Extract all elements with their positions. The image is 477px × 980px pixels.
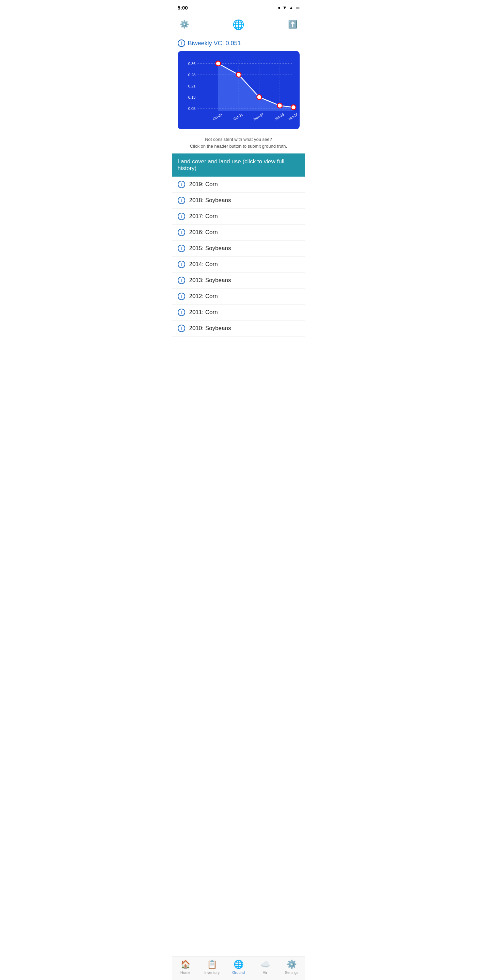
item-text-7: 2012: Corn bbox=[189, 293, 218, 300]
svg-text:Jan-23: Jan-23 bbox=[287, 112, 297, 121]
list-item: i 2016: Corn bbox=[172, 224, 305, 240]
chart-point-4 bbox=[291, 105, 295, 110]
ground-icon: 🌐 bbox=[234, 959, 244, 969]
nav-item-air[interactable]: ☁️ Air bbox=[255, 959, 276, 975]
svg-text:Jan-16: Jan-16 bbox=[273, 112, 284, 121]
nav-label-home: Home bbox=[180, 970, 190, 975]
list-item: i 2011: Corn bbox=[172, 305, 305, 321]
disclaimer-text: Not consistent with what you see? Click … bbox=[172, 132, 305, 151]
list-item: i 2019: Corn bbox=[172, 177, 305, 192]
item-text-3: 2016: Corn bbox=[189, 229, 218, 236]
nav-label-inventory: Inventory bbox=[204, 970, 220, 975]
list-item: i 2017: Corn bbox=[172, 208, 305, 224]
disclaimer-line1: Not consistent with what you see? bbox=[178, 136, 300, 143]
svg-text:0.21: 0.21 bbox=[188, 84, 195, 88]
land-cover-header[interactable]: Land cover and land use (click to view f… bbox=[172, 153, 305, 177]
chart-point-1 bbox=[236, 72, 241, 77]
status-time: 5:00 bbox=[178, 5, 188, 11]
upload-icon: ⬆️ bbox=[288, 20, 297, 29]
nav-label-air: Air bbox=[263, 970, 267, 975]
svg-text:0.05: 0.05 bbox=[188, 106, 195, 110]
item-info-icon-5[interactable]: i bbox=[178, 261, 185, 268]
svg-text:0.13: 0.13 bbox=[188, 95, 195, 99]
gear-icon: ⚙️ bbox=[180, 20, 189, 29]
globe-logo-icon: 🌐 bbox=[233, 19, 244, 30]
list-item: i 2012: Corn bbox=[172, 288, 305, 305]
vci-chart: 0.36 0.28 0.21 0.13 0.05 Oct-24 Oct-31 N… bbox=[178, 51, 300, 129]
svg-text:0.28: 0.28 bbox=[188, 73, 195, 77]
wifi-icon: ▼ bbox=[282, 5, 287, 10]
svg-text:Oct-24: Oct-24 bbox=[212, 112, 223, 121]
vci-row: i Biweekly VCI 0.051 bbox=[172, 37, 305, 48]
vci-label-text: Biweekly VCI bbox=[188, 40, 224, 47]
item-info-icon-6[interactable]: i bbox=[178, 277, 185, 284]
status-bar: 5:00 ● ▼ ▲ ▭ bbox=[172, 0, 305, 15]
nav-item-ground[interactable]: 🌐 Ground bbox=[228, 959, 249, 975]
item-info-icon-9[interactable]: i bbox=[178, 325, 185, 332]
inventory-icon: 📋 bbox=[207, 959, 217, 969]
item-text-2: 2017: Corn bbox=[189, 213, 218, 220]
svg-text:0.36: 0.36 bbox=[188, 62, 195, 66]
app-logo: 🌐 bbox=[233, 19, 244, 30]
item-text-4: 2015: Soybeans bbox=[189, 245, 231, 252]
vci-info-icon[interactable]: i bbox=[178, 40, 185, 47]
status-icons: ● ▼ ▲ ▭ bbox=[278, 5, 300, 10]
upload-button[interactable]: ⬆️ bbox=[286, 18, 300, 31]
nav-item-home[interactable]: 🏠 Home bbox=[175, 959, 196, 975]
nav-item-inventory[interactable]: 📋 Inventory bbox=[202, 959, 222, 975]
main-scroll-area: i Biweekly VCI 0.051 0.36 0.2 bbox=[172, 37, 305, 384]
bottom-navigation: 🏠 Home 📋 Inventory 🌐 Ground ☁️ Air ⚙️ Se… bbox=[172, 956, 305, 980]
vci-label: Biweekly VCI 0.051 bbox=[188, 40, 241, 47]
main-content: i Biweekly VCI 0.051 0.36 0.2 bbox=[172, 37, 305, 384]
chart-point-3 bbox=[277, 103, 282, 108]
item-info-icon-0[interactable]: i bbox=[178, 181, 185, 188]
item-text-1: 2018: Soybeans bbox=[189, 197, 231, 204]
item-text-9: 2010: Soybeans bbox=[189, 325, 231, 332]
header-bar: ⚙️ 🌐 ⬆️ bbox=[172, 15, 305, 37]
list-item: i 2013: Soybeans bbox=[172, 272, 305, 288]
nav-label-settings: Settings bbox=[285, 970, 298, 975]
item-text-8: 2011: Corn bbox=[189, 309, 218, 316]
home-icon: 🏠 bbox=[180, 959, 191, 969]
chart-point-2 bbox=[257, 95, 262, 99]
list-item: i 2014: Corn bbox=[172, 256, 305, 272]
item-info-icon-4[interactable]: i bbox=[178, 245, 185, 252]
nav-item-settings[interactable]: ⚙️ Settings bbox=[282, 959, 302, 975]
land-cover-list: i 2019: Corn i 2018: Soybeans i 2017: Co… bbox=[172, 177, 305, 337]
item-text-5: 2014: Corn bbox=[189, 261, 218, 268]
list-item: i 2010: Soybeans bbox=[172, 321, 305, 337]
item-info-icon-8[interactable]: i bbox=[178, 309, 185, 316]
vci-value: 0.051 bbox=[226, 40, 241, 47]
svg-text:Oct-31: Oct-31 bbox=[233, 112, 243, 121]
disclaimer-line2: Click on the header button to submit gro… bbox=[178, 143, 300, 150]
signal-icon: ▲ bbox=[289, 5, 294, 10]
item-info-icon-3[interactable]: i bbox=[178, 229, 185, 236]
item-info-icon-7[interactable]: i bbox=[178, 293, 185, 300]
item-info-icon-2[interactable]: i bbox=[178, 213, 185, 220]
battery-icon: ▭ bbox=[295, 5, 300, 10]
chart-point-0 bbox=[215, 61, 220, 66]
svg-marker-14 bbox=[218, 64, 293, 111]
item-text-0: 2019: Corn bbox=[189, 181, 218, 188]
air-icon: ☁️ bbox=[260, 959, 270, 969]
list-item: i 2018: Soybeans bbox=[172, 192, 305, 208]
notification-dot-icon: ● bbox=[278, 5, 281, 10]
chart-svg: 0.36 0.28 0.21 0.13 0.05 Oct-24 Oct-31 N… bbox=[180, 56, 297, 127]
land-cover-header-text: Land cover and land use (click to view f… bbox=[178, 158, 285, 172]
list-item: i 2015: Soybeans bbox=[172, 240, 305, 256]
settings-nav-icon: ⚙️ bbox=[287, 959, 297, 969]
svg-text:Nov-07: Nov-07 bbox=[253, 112, 264, 121]
item-text-6: 2013: Soybeans bbox=[189, 277, 231, 284]
item-info-icon-1[interactable]: i bbox=[178, 197, 185, 204]
nav-label-ground: Ground bbox=[232, 970, 245, 975]
settings-button[interactable]: ⚙️ bbox=[178, 18, 191, 31]
